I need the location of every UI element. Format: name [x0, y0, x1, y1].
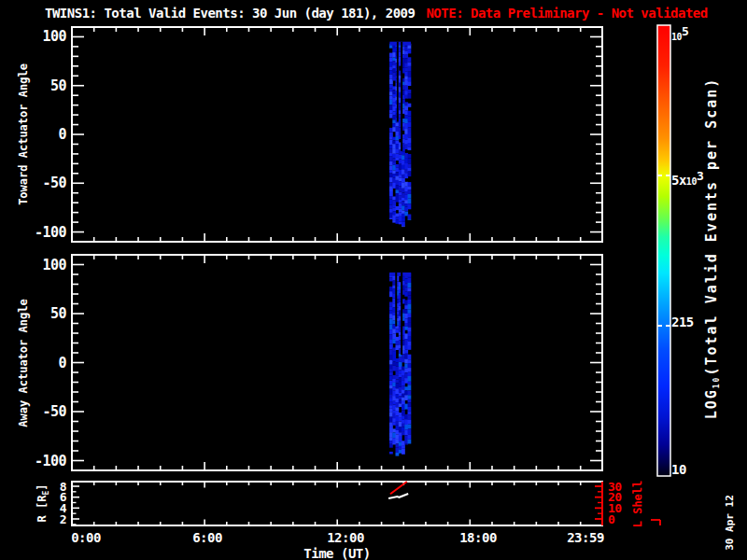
band-cell — [408, 332, 412, 337]
band-cell — [402, 427, 405, 432]
band-cell — [408, 187, 412, 190]
band-cell — [408, 133, 412, 138]
band-cell — [389, 360, 393, 365]
band-cell — [389, 302, 393, 307]
band-cell — [408, 440, 412, 444]
band-cell — [389, 444, 393, 448]
band-cell — [402, 226, 405, 227]
band-cell — [389, 389, 393, 395]
band-cell — [396, 416, 400, 421]
time-tick-label: 0:00 — [71, 530, 101, 545]
colorbar-tick-dash — [666, 325, 670, 327]
band-cell — [396, 140, 400, 144]
band-cell — [396, 380, 400, 384]
band-cell — [396, 122, 400, 126]
band-cell — [408, 399, 412, 403]
band-cell — [396, 189, 400, 193]
band-cell — [389, 110, 393, 114]
band-cell — [408, 288, 412, 292]
band-cell — [389, 217, 393, 219]
band-cell — [402, 445, 405, 449]
band-cell — [408, 164, 412, 168]
band-cell — [408, 317, 412, 322]
band-cell — [389, 105, 393, 110]
band-cell — [402, 222, 405, 227]
band-cell — [389, 156, 393, 161]
time-tick-label: 12:00 — [327, 530, 364, 545]
band-cell — [408, 337, 412, 342]
band-cell — [389, 409, 393, 413]
radius-label-text: R [R — [35, 496, 49, 523]
band-cell — [396, 329, 400, 333]
band-cell — [396, 217, 400, 220]
chart-svg: 100500-50-100100500-50-100864230201000:0… — [0, 0, 747, 560]
band-cell — [389, 306, 393, 310]
band-cell — [389, 186, 393, 191]
band-cell — [408, 219, 412, 220]
band-cell — [389, 152, 393, 156]
band-cell — [408, 159, 412, 164]
band-cell — [396, 176, 400, 180]
band-cell — [389, 319, 393, 325]
band-cell — [396, 425, 400, 430]
band-cell — [408, 411, 412, 414]
band-cell — [389, 413, 393, 417]
band-cell — [389, 84, 393, 88]
band-cell — [402, 394, 405, 398]
band-cell — [396, 453, 400, 456]
band-cell — [408, 395, 412, 399]
band-cell — [408, 368, 412, 372]
band-cell — [402, 214, 405, 218]
band-cell — [396, 164, 400, 168]
band-cell — [402, 431, 405, 435]
radius-label-bracket: ] — [35, 484, 49, 491]
band-cell — [402, 192, 405, 197]
band-cell — [389, 375, 393, 380]
band-cell — [408, 93, 412, 98]
band-cell — [402, 405, 405, 411]
band-cell — [408, 198, 412, 203]
band-cell — [396, 144, 400, 148]
band-cell — [408, 300, 412, 304]
band-cell — [408, 121, 412, 127]
band-cell — [389, 62, 393, 66]
colorbar-tick-base: 10 — [686, 176, 697, 187]
band-cell — [408, 57, 412, 62]
band-cell — [396, 168, 400, 173]
band-cell — [396, 127, 400, 132]
band-cell — [396, 358, 400, 363]
lshell-line — [390, 482, 407, 494]
band-gap — [397, 42, 399, 122]
band-cell — [402, 155, 405, 160]
colorbar-title-rest: (Total Valid Events per Scan) — [703, 77, 720, 376]
radius-line — [388, 494, 408, 498]
band-cell — [389, 196, 393, 200]
date-stamp: 30 Apr 12 — [724, 495, 736, 551]
band-cell — [408, 390, 412, 395]
band-cell — [408, 77, 412, 81]
band-cell — [389, 128, 393, 133]
band-gap — [395, 273, 397, 327]
band-cell — [396, 448, 400, 453]
band-cell — [402, 152, 405, 156]
band-cell — [389, 57, 393, 62]
y-axis-title-radius: R [RE] — [35, 484, 50, 523]
x-axis-title: Time (UT) — [303, 546, 370, 560]
band-cell — [389, 324, 393, 329]
band-cell — [396, 206, 400, 210]
band-cell — [408, 296, 412, 300]
band-cell — [396, 148, 400, 153]
band-cell — [408, 355, 412, 360]
angle-tick-label: 50 — [50, 77, 67, 94]
plot-canvas: TWINS1: Total Valid Events: 30 Jun (day … — [0, 0, 747, 560]
band-cell — [402, 358, 405, 363]
band-cell — [408, 425, 412, 429]
band-cell — [402, 424, 405, 427]
band-cell — [389, 310, 393, 314]
band-cell — [408, 415, 412, 421]
band-cell — [389, 398, 393, 401]
band-cell — [408, 420, 412, 425]
band-cell — [408, 278, 412, 283]
panel-frame-3 — [72, 482, 602, 525]
band-cell — [408, 429, 412, 435]
